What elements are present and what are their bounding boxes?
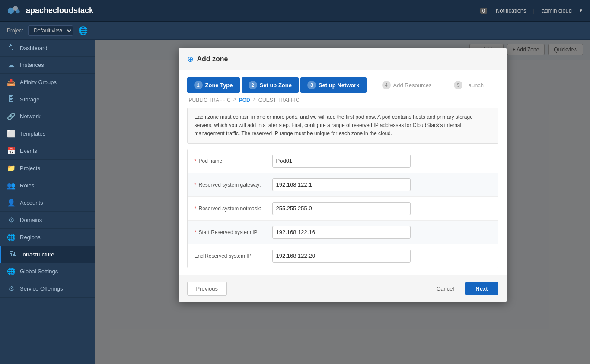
step-4-button: 4 Add Resources <box>375 77 439 93</box>
start-reserved-ip-row: * Start Reserved system IP: <box>188 221 498 244</box>
sidebar-item-label: Service Offerings <box>20 285 63 292</box>
breadcrumb-public-traffic[interactable]: PUBLIC TRAFFIC <box>187 96 233 104</box>
notifications-label[interactable]: Notifications <box>496 7 526 14</box>
step-3-label: Set up Network <box>319 82 360 89</box>
reserved-gateway-required: * <box>195 182 197 188</box>
sidebar-item-label: Events <box>20 148 37 154</box>
breadcrumb-guest-traffic[interactable]: GUEST TRAFFIC <box>257 96 301 104</box>
modal-footer: Previous Cancel Next <box>179 275 507 302</box>
sidebar: ⏱ Dashboard ☁ Instances 📤 Affinity Group… <box>0 40 95 364</box>
sidebar-item-roles[interactable]: 👥 Roles <box>0 177 95 194</box>
modal-header: ⊕ Add zone <box>179 48 507 70</box>
sidebar-item-events[interactable]: 📅 Events <box>0 142 95 160</box>
layout: ⏱ Dashboard ☁ Instances 📤 Affinity Group… <box>0 40 590 364</box>
reserved-gateway-input[interactable] <box>272 178 411 191</box>
previous-button[interactable]: Previous <box>187 282 227 296</box>
templates-icon: ⬜ <box>7 130 16 138</box>
form-body: * Pod name: * Reserved system gateway: <box>179 149 507 275</box>
step-3-num: 3 <box>307 81 316 89</box>
breadcrumb-sep-1: > <box>233 96 236 104</box>
step-4-num: 4 <box>382 81 391 89</box>
sidebar-item-label: Network <box>20 113 41 120</box>
sidebar-item-label: Dashboard <box>20 45 48 51</box>
subheader: Project Default view 🌐 <box>0 22 590 40</box>
globe-icon[interactable]: 🌐 <box>78 26 88 35</box>
sidebar-item-dashboard[interactable]: ⏱ Dashboard <box>0 40 95 57</box>
projects-icon: 📁 <box>7 164 16 172</box>
reserved-netmask-input[interactable] <box>272 202 411 215</box>
sidebar-item-instances[interactable]: ☁ Instances <box>0 57 95 74</box>
sidebar-item-projects[interactable]: 📁 Projects <box>0 160 95 177</box>
project-select[interactable]: Default view <box>28 25 73 36</box>
sidebar-item-storage[interactable]: 🗄 Storage <box>0 91 95 108</box>
network-icon: 🔗 <box>7 112 16 120</box>
sidebar-item-label: Accounts <box>20 199 43 206</box>
footer-right: Cancel Next <box>430 282 498 295</box>
step-1-num: 1 <box>194 81 203 89</box>
step-4-label: Add Resources <box>393 82 432 89</box>
breadcrumb-pod[interactable]: POD <box>237 96 252 104</box>
cancel-button[interactable]: Cancel <box>430 282 461 295</box>
notification-count: 0 <box>480 8 487 14</box>
modal-overlay: ⊕ Add zone 1 Zone Type 2 Set up Zone 3 <box>95 40 590 364</box>
sidebar-item-regions[interactable]: 🌐 Regions <box>0 229 95 246</box>
step-5-button: 5 Launch <box>447 77 491 93</box>
sidebar-item-accounts[interactable]: 👤 Accounts <box>0 194 95 212</box>
main-content: ⇆ Metrics + Add Zone Quickview ⊕ Add zon… <box>95 40 590 364</box>
step-2-num: 2 <box>249 81 257 89</box>
add-zone-modal: ⊕ Add zone 1 Zone Type 2 Set up Zone 3 <box>179 48 507 302</box>
sidebar-item-label: Regions <box>20 234 41 241</box>
start-reserved-ip-input[interactable] <box>272 226 411 239</box>
accounts-icon: 👤 <box>7 199 16 207</box>
affinity-icon: 📤 <box>7 78 16 86</box>
step-2-label: Set up Zone <box>260 82 292 89</box>
end-reserved-ip-input[interactable] <box>272 250 411 263</box>
domains-icon: ⚙ <box>7 216 16 224</box>
sidebar-item-label: Infrastructure <box>21 251 54 258</box>
pod-name-label: * Pod name: <box>195 158 272 164</box>
end-reserved-ip-row: End Reserved system IP: <box>188 244 498 268</box>
infrastructure-icon: 🏗 <box>8 250 17 258</box>
breadcrumb-sep-2: > <box>253 96 256 104</box>
wizard-steps: 1 Zone Type 2 Set up Zone 3 Set up Netwo… <box>179 70 507 93</box>
modal-title: Add zone <box>197 55 228 63</box>
roles-icon: 👥 <box>7 181 16 190</box>
sidebar-item-affinity-groups[interactable]: 📤 Affinity Groups <box>0 74 95 91</box>
svg-point-2 <box>16 9 20 13</box>
svg-point-0 <box>8 7 14 13</box>
global-settings-icon: 🌐 <box>7 267 16 275</box>
step-2-button[interactable]: 2 Set up Zone <box>242 77 299 93</box>
sidebar-item-label: Instances <box>20 62 44 68</box>
storage-icon: 🗄 <box>7 95 16 103</box>
sidebar-item-templates[interactable]: ⬜ Templates <box>0 125 95 142</box>
reserved-gateway-label: * Reserved system gateway: <box>195 182 272 188</box>
info-text: Each zone must contain in one or more po… <box>195 114 473 136</box>
end-reserved-ip-label: End Reserved system IP: <box>195 253 272 259</box>
sidebar-item-label: Roles <box>20 182 34 189</box>
project-label: Project <box>7 28 23 34</box>
sidebar-item-label: Domains <box>20 217 42 223</box>
step-1-label: Zone Type <box>205 82 233 89</box>
sidebar-item-service-offerings[interactable]: ⚙ Service Offerings <box>0 280 95 298</box>
sidebar-item-infrastructure[interactable]: 🏗 Infrastructure <box>0 246 95 263</box>
logo-icon <box>7 4 22 17</box>
step-1-button[interactable]: 1 Zone Type <box>187 77 240 93</box>
admin-dropdown-icon[interactable]: ▼ <box>579 8 583 13</box>
pod-name-input[interactable] <box>272 155 411 168</box>
step-5-label: Launch <box>465 82 484 89</box>
sidebar-item-global-settings[interactable]: 🌐 Global Settings <box>0 263 95 280</box>
instances-icon: ☁ <box>7 61 16 69</box>
sidebar-item-network[interactable]: 🔗 Network <box>0 108 95 125</box>
reserved-netmask-label: * Reserved system netmask: <box>195 206 272 212</box>
navbar-right: 0 Notifications | admin cloud ▼ <box>480 7 583 14</box>
dashboard-icon: ⏱ <box>7 44 16 52</box>
sidebar-item-label: Projects <box>20 165 40 171</box>
step-3-button[interactable]: 3 Set up Network <box>300 77 367 93</box>
sidebar-item-domains[interactable]: ⚙ Domains <box>0 212 95 229</box>
regions-icon: 🌐 <box>7 233 16 241</box>
next-button[interactable]: Next <box>465 282 498 295</box>
service-offerings-icon: ⚙ <box>7 285 16 293</box>
events-icon: 📅 <box>7 147 16 155</box>
sidebar-item-label: Global Settings <box>20 268 58 275</box>
breadcrumb-tabs: PUBLIC TRAFFIC > POD > GUEST TRAFFIC <box>179 93 507 108</box>
